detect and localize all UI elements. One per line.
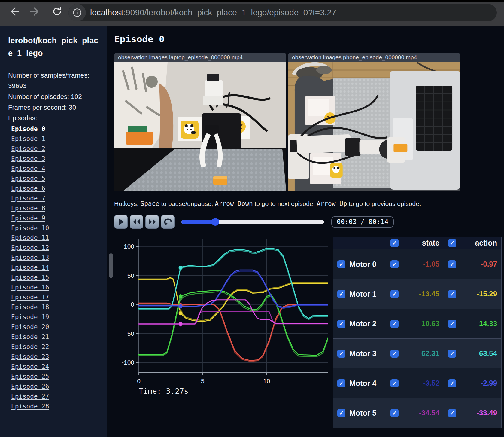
url-bar[interactable]: localhost:9090/lerobot/koch_pick_place_1… [68, 4, 497, 21]
motor-checkbox[interactable]: ✓ [337, 290, 345, 298]
motor-action-value: -33.49 [456, 409, 497, 417]
hotkeys-mid1: to pause/unpause, [159, 200, 215, 207]
motor-state-checkbox[interactable]: ✓ [390, 260, 399, 268]
action-column-label: action [456, 239, 497, 247]
episode-link[interactable]: Episode 11 [11, 233, 49, 243]
video-phone[interactable] [288, 62, 460, 191]
hotkey-arrow-down: Arrow Down [215, 200, 253, 207]
motor-state-checkbox[interactable]: ✓ [390, 290, 399, 298]
reload-button[interactable] [51, 5, 63, 17]
video-title-laptop: observation.images.laptop_episode_000000… [114, 53, 286, 62]
back-button[interactable] [8, 5, 20, 17]
episode-link[interactable]: Episode 27 [11, 392, 49, 402]
motor-action-cell: ✓14.33 [444, 309, 502, 339]
table-row: ✓Motor 0✓-1.05✓-0.97 [333, 249, 502, 279]
motor-state-checkbox[interactable]: ✓ [390, 409, 399, 417]
motor-action-checkbox[interactable]: ✓ [448, 290, 456, 298]
episode-link[interactable]: Episode 21 [11, 332, 49, 342]
episode-link[interactable]: Episode 22 [11, 342, 49, 352]
main-content: Episode 0 observation.images.laptop_epis… [107, 26, 504, 437]
episode-link[interactable]: Episode 14 [11, 263, 49, 273]
page-title: Episode 0 [114, 34, 504, 44]
motor-checkbox[interactable]: ✓ [337, 350, 345, 358]
action-column-checkbox[interactable]: ✓ [448, 239, 456, 247]
seek-thumb[interactable] [211, 218, 219, 226]
table-row: ✓Motor 1✓-13.45✓-15.29 [333, 279, 502, 309]
state-column-checkbox[interactable]: ✓ [390, 239, 399, 247]
forward-button[interactable] [29, 5, 41, 17]
motor-action-checkbox[interactable]: ✓ [448, 320, 456, 328]
episode-link[interactable]: Episode 5 [11, 174, 45, 184]
motor-state-cell: ✓62.31 [386, 339, 444, 368]
url-host: localhost [90, 8, 123, 17]
motor-action-checkbox[interactable]: ✓ [448, 260, 456, 268]
episode-link[interactable]: Episode 2 [11, 144, 45, 154]
hotkey-arrow-up: Arrow Up [317, 200, 347, 207]
episode-link[interactable]: Episode 10 [11, 223, 49, 233]
episode-link[interactable]: Episode 23 [11, 352, 49, 362]
svg-text:-100: -100 [122, 359, 134, 366]
sidebar: lerobot/koch_pick_place_1_lego Number of… [0, 26, 107, 437]
motor-checkbox[interactable]: ✓ [337, 320, 345, 328]
episodes-label: Episodes: [8, 113, 101, 124]
hotkeys-mid2: to go to next episode, [253, 200, 317, 207]
play-button[interactable] [114, 215, 128, 229]
motor-action-value: -0.97 [456, 260, 497, 268]
video-laptop[interactable] [114, 62, 286, 191]
motor-action-cell: ✓-15.29 [444, 279, 502, 309]
video-title-phone: observation.images.phone_episode_000000.… [288, 53, 460, 62]
table-row: ✓Motor 4✓-3.52✓-2.99 [333, 368, 502, 398]
episode-link[interactable]: Episode 9 [11, 213, 45, 223]
episode-link[interactable]: Episode 17 [11, 292, 49, 302]
motor-action-checkbox[interactable]: ✓ [448, 379, 456, 387]
episode-link[interactable]: Episode 26 [11, 382, 49, 392]
motor-action-cell: ✓-0.97 [444, 249, 502, 279]
episode-link[interactable]: Episode 6 [11, 184, 45, 194]
motor-action-checkbox[interactable]: ✓ [448, 350, 456, 358]
motor-state-checkbox[interactable]: ✓ [390, 320, 399, 328]
motor-action-checkbox[interactable]: ✓ [448, 409, 456, 417]
episode-link[interactable]: Episode 4 [11, 164, 45, 174]
motor-state-cell: ✓-13.45 [386, 279, 444, 309]
episode-link[interactable]: Episode 13 [11, 253, 49, 263]
fast-forward-button[interactable] [145, 215, 159, 229]
episode-link[interactable]: Episode 3 [11, 154, 45, 164]
motor-label: Motor 2 [349, 319, 376, 328]
motor-checkbox[interactable]: ✓ [337, 409, 345, 417]
episode-link[interactable]: Episode 25 [11, 372, 49, 382]
table-row: ✓Motor 5✓-34.54✓-33.49 [333, 398, 502, 428]
header-state-cell: ✓state [386, 237, 444, 249]
motor-checkbox[interactable]: ✓ [337, 379, 345, 387]
scrollbar-thumb[interactable] [109, 253, 113, 278]
state-column-label: state [399, 239, 439, 247]
episode-link[interactable]: Episode 24 [11, 362, 49, 372]
episode-link[interactable]: Episode 8 [11, 203, 45, 213]
seek-slider[interactable] [181, 218, 324, 226]
episode-link[interactable]: Episode 28 [11, 402, 49, 411]
chart-svg: -100-500501000510Time: 3.27s [114, 237, 328, 400]
loop-button[interactable] [161, 215, 175, 229]
rewind-button[interactable] [130, 215, 143, 229]
motor-state-checkbox[interactable]: ✓ [390, 379, 399, 387]
episode-link[interactable]: Episode 1 [11, 134, 45, 144]
episode-link[interactable]: Episode 12 [11, 243, 49, 253]
episode-link[interactable]: Episode 18 [11, 302, 49, 312]
motors-table: ✓state ✓action ✓Motor 0✓-1.05✓-0.97✓Moto… [333, 237, 502, 428]
svg-text:50: 50 [127, 272, 134, 279]
episode-link[interactable]: Episode 0 [11, 124, 45, 134]
motor-checkbox[interactable]: ✓ [337, 260, 345, 268]
motor-state-checkbox[interactable]: ✓ [390, 350, 399, 358]
episode-link[interactable]: Episode 19 [11, 312, 49, 322]
site-info-button[interactable] [68, 4, 86, 21]
video-laptop-frame [114, 62, 286, 191]
motor-action-value: -15.29 [456, 290, 497, 298]
motor-state-cell: ✓-3.52 [386, 368, 444, 398]
hotkey-space: Space [141, 200, 159, 207]
episode-link[interactable]: Episode 15 [11, 273, 49, 283]
hotkeys-text: Hotkeys: Space to pause/unpause, Arrow D… [114, 200, 504, 207]
back-arrow-icon [8, 6, 19, 17]
episode-link[interactable]: Episode 7 [11, 194, 45, 203]
hotkeys-prefix: Hotkeys: [114, 200, 141, 207]
episode-link[interactable]: Episode 20 [11, 322, 49, 332]
episode-link[interactable]: Episode 16 [11, 283, 49, 292]
